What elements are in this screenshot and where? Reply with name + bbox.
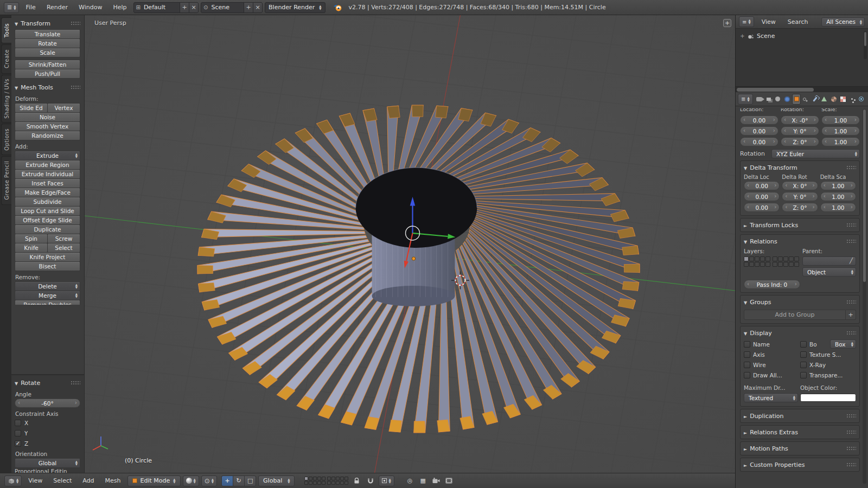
noise-button[interactable]: Noise: [15, 112, 80, 122]
layer-grid-left[interactable]: [304, 477, 326, 485]
menu-outliner-search[interactable]: Search: [783, 17, 813, 27]
spin-button[interactable]: Spin: [15, 234, 48, 243]
layer-toggle[interactable]: [317, 477, 321, 480]
tab-render-icon[interactable]: [755, 94, 764, 105]
scrollbar-thumb[interactable]: [864, 32, 866, 46]
loop-cut-button[interactable]: Loop Cut and Slide: [15, 206, 80, 216]
delete-layout-button[interactable]: [189, 3, 198, 12]
axis-z-checkbox[interactable]: [15, 440, 21, 447]
delta-loc-y-field[interactable]: 0.00: [744, 192, 780, 201]
manipulator-translate-button[interactable]: +: [221, 476, 233, 486]
inset-faces-button[interactable]: Inset Faces: [15, 178, 80, 188]
manipulator-scale-button[interactable]: □: [244, 476, 256, 486]
layer-toggle[interactable]: [331, 481, 335, 485]
custom-properties-header[interactable]: Custom Properties: [744, 459, 856, 470]
expand-icon[interactable]: +: [740, 33, 745, 39]
edge-slide-button[interactable]: Slide Ed: [15, 103, 48, 113]
transform-orientation-dropdown[interactable]: Global: [258, 476, 295, 486]
offset-edge-slide-button[interactable]: Offset Edge Slide: [15, 215, 80, 225]
viewport-3d[interactable]: User Persp (0) Circle: [85, 15, 735, 473]
layer-toggle[interactable]: [744, 262, 749, 267]
relations-extras-header[interactable]: Relations Extras: [744, 427, 856, 438]
delta-loc-z-field[interactable]: 0.00: [744, 203, 780, 212]
mode-dropdown[interactable]: Edit Mode: [127, 476, 181, 486]
layer-toggle[interactable]: [317, 481, 321, 485]
layer-toggle[interactable]: [309, 481, 312, 485]
snap-element-dropdown[interactable]: [379, 476, 394, 486]
tab-render-layers-icon[interactable]: [764, 94, 773, 105]
snap-magnet-icon[interactable]: [365, 476, 376, 486]
delta-loc-x-field[interactable]: 0.00: [744, 181, 780, 190]
make-edge-face-button[interactable]: Make Edge/Face: [15, 188, 80, 197]
bounds-type-dropdown[interactable]: Box: [830, 339, 856, 349]
tab-texture-icon[interactable]: [839, 94, 847, 105]
smooth-vertex-button[interactable]: Smooth Vertex: [15, 121, 80, 131]
new-group-button[interactable]: [846, 310, 856, 320]
panel-grip-handle[interactable]: [846, 300, 856, 304]
delete-scene-button[interactable]: [253, 3, 262, 12]
extrude-region-button[interactable]: Extrude Region: [15, 160, 80, 170]
layer-toggle[interactable]: [755, 256, 760, 261]
add-scene-button[interactable]: [244, 3, 253, 12]
scrollbar-thumb[interactable]: [863, 110, 866, 282]
pass-index-field[interactable]: Pass Ind: 0: [744, 280, 800, 289]
layer-toggle[interactable]: [304, 477, 308, 480]
editor-type-button[interactable]: [4, 476, 22, 486]
rotation-z-field[interactable]: Z: 0°: [781, 137, 819, 146]
menu-mesh[interactable]: Mesh: [101, 476, 125, 486]
layer-toggle[interactable]: [794, 256, 799, 261]
layer-toggle[interactable]: [765, 256, 770, 261]
panel-grip-handle[interactable]: [846, 414, 856, 418]
tab-create[interactable]: Create: [1, 44, 11, 74]
layer-toggle[interactable]: [760, 262, 765, 267]
delete-dropdown[interactable]: Delete: [15, 281, 80, 291]
motion-paths-header[interactable]: Motion Paths: [744, 443, 856, 454]
menu-view[interactable]: View: [24, 476, 47, 486]
operator-panel-header[interactable]: Rotate: [15, 377, 80, 388]
duplication-header[interactable]: Duplication: [744, 410, 856, 421]
location-x-field[interactable]: 0.00: [740, 115, 778, 125]
menu-select[interactable]: Select: [49, 476, 76, 486]
eyedropper-icon[interactable]: ╱: [850, 258, 853, 264]
display-bounds-checkbox[interactable]: [800, 341, 807, 348]
duplicate-button[interactable]: Duplicate: [15, 224, 80, 234]
opengl-render-icon[interactable]: [430, 476, 442, 486]
rotation-y-field[interactable]: Y: 0°: [781, 126, 819, 136]
knife-button[interactable]: Knife: [15, 243, 48, 253]
menu-window[interactable]: Window: [74, 2, 106, 12]
object-color-swatch[interactable]: [800, 394, 856, 402]
delta-rot-y-field[interactable]: Y: 0°: [782, 192, 818, 201]
layer-toggle[interactable]: [331, 477, 335, 480]
maximum-draw-type-dropdown[interactable]: Textured: [744, 393, 798, 402]
extrude-individual-button[interactable]: Extrude Individual: [15, 169, 80, 179]
randomize-button[interactable]: Randomize: [15, 131, 80, 140]
tab-grease-pencil[interactable]: Grease Pencil: [1, 156, 11, 205]
display-header[interactable]: Display: [744, 328, 856, 338]
layer-toggle[interactable]: [760, 256, 765, 261]
tab-physics-icon[interactable]: [857, 94, 866, 105]
display-wire-checkbox[interactable]: [744, 362, 750, 368]
layer-toggle[interactable]: [309, 477, 312, 480]
rotation-mode-dropdown[interactable]: XYZ Euler: [771, 149, 860, 158]
layer-toggle[interactable]: [773, 262, 777, 267]
layer-toggle[interactable]: [778, 256, 783, 261]
tab-modifiers-icon[interactable]: [810, 94, 819, 105]
tab-constraints-icon[interactable]: [801, 94, 810, 105]
parent-field[interactable]: ╱: [802, 256, 856, 266]
viewport-canvas[interactable]: [85, 15, 735, 473]
groups-header[interactable]: Groups: [744, 297, 856, 307]
screw-button[interactable]: Screw: [47, 234, 80, 243]
layer-toggle[interactable]: [773, 256, 777, 261]
layer-toggle[interactable]: [344, 481, 348, 485]
panel-grip-handle[interactable]: [846, 165, 856, 170]
pivot-point-dropdown[interactable]: ⊙: [201, 476, 217, 486]
layer-toggle[interactable]: [327, 477, 331, 480]
display-transparency-checkbox[interactable]: [800, 372, 807, 378]
layer-toggle[interactable]: [755, 262, 760, 267]
parent-type-dropdown[interactable]: Object: [802, 267, 856, 277]
panel-grip-handle[interactable]: [846, 331, 856, 335]
layer-toggle[interactable]: [744, 256, 749, 261]
outliner-scope-dropdown[interactable]: All Scenes: [821, 17, 865, 27]
panel-grip-handle[interactable]: [846, 430, 856, 434]
tab-options[interactable]: Options: [1, 124, 11, 155]
